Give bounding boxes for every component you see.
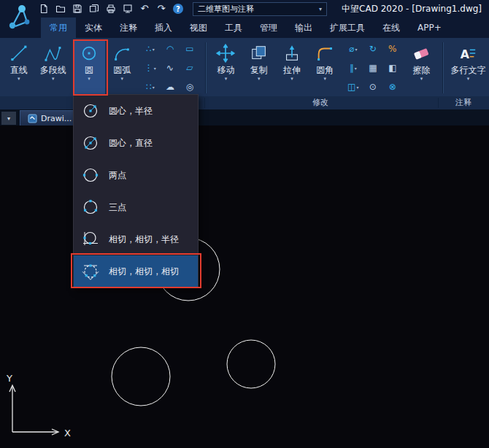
polyline-label: 多段线 <box>40 65 66 76</box>
stretch-tool-button[interactable]: 拉伸 ▾ <box>276 39 307 96</box>
stretch-icon <box>282 42 301 65</box>
move-label: 移动 <box>217 65 234 76</box>
fillet-tool-button[interactable]: 圆角 ▾ <box>309 39 341 96</box>
chevron-down-icon: ▾ <box>323 76 326 82</box>
tab-tools[interactable]: 工具 <box>216 18 251 38</box>
redo-icon[interactable]: ↷ <box>155 3 167 15</box>
help-icon[interactable]: ? <box>172 3 184 15</box>
icon-glyph: ∷ <box>146 82 152 91</box>
new-file-icon[interactable] <box>38 3 50 15</box>
stretch-label: 拉伸 <box>283 65 301 76</box>
point-style-icon[interactable]: ∴▾ <box>141 40 160 58</box>
eraser-icon <box>412 42 431 65</box>
chevron-down-icon: ▾ <box>355 47 357 52</box>
chevron-down-icon: ▾ <box>467 76 470 82</box>
group-row-separator <box>204 98 205 108</box>
drawn-circle[interactable] <box>112 347 170 406</box>
tab-insert[interactable]: 插入 <box>146 18 181 38</box>
chevron-down-icon: ▾ <box>420 76 423 82</box>
open-file-icon[interactable] <box>55 3 66 15</box>
chevron-down-icon: ▾ <box>154 66 156 71</box>
icon-glyph: ⊗ <box>389 82 396 91</box>
tab-app-plus[interactable]: APP+ <box>409 18 450 38</box>
tab-view[interactable]: 视图 <box>181 18 216 38</box>
y-axis-label: Y <box>6 373 12 384</box>
svg-text:A: A <box>461 47 470 61</box>
circle-tool-button[interactable]: 圆 ▾ <box>73 39 104 96</box>
chevron-down-icon: ▾ <box>121 76 124 82</box>
tab-list-button[interactable]: ▾ <box>1 112 16 125</box>
circle-center-diameter-icon <box>81 134 100 152</box>
workspace-selector[interactable]: 二维草图与注释 ▾ <box>193 2 327 16</box>
divide-icon[interactable]: ⋮▾ <box>141 59 160 77</box>
save-icon[interactable] <box>72 3 83 15</box>
arc-icon <box>112 42 131 65</box>
ribbon-group-separator <box>442 42 443 93</box>
tab-solid[interactable]: 实体 <box>76 18 111 38</box>
menu-item-label: 三点 <box>109 201 126 214</box>
scale-icon[interactable]: % <box>383 40 402 58</box>
mirror-icon[interactable]: ◧ <box>383 59 402 77</box>
drawn-circle[interactable] <box>227 340 275 388</box>
array-icon[interactable]: ▦ <box>363 59 382 77</box>
tab-annotate[interactable]: 注释 <box>111 18 146 38</box>
icon-glyph: ◫ <box>347 82 355 91</box>
menu-item-two-point[interactable]: 两点 <box>74 159 198 191</box>
revision-cloud-icon[interactable]: ☁ <box>161 78 180 96</box>
circle-tan-tan-radius-icon <box>81 230 100 249</box>
tab-output[interactable]: 输出 <box>286 18 321 38</box>
menu-item-center-diameter[interactable]: 圆心，直径 <box>74 127 198 159</box>
window-title: 中望CAD 2020 - [Drawing1.dwg] <box>342 3 489 15</box>
print-icon[interactable] <box>105 3 117 15</box>
menu-item-tan-tan-tan[interactable]: 相切，相切，相切 <box>74 255 198 287</box>
group-row-separator <box>438 98 439 108</box>
icon-glyph: ∥ <box>350 63 354 72</box>
polyline-tool-button[interactable]: 多段线 ▾ <box>34 39 72 96</box>
rectangle-icon[interactable]: ▭ <box>180 40 199 58</box>
menu-item-label: 相切，相切，相切 <box>109 266 179 278</box>
icon-glyph: ☁ <box>166 82 174 91</box>
trim-icon[interactable]: ⌀▾ <box>344 40 363 58</box>
copy-tool-button[interactable]: 复制 ▾ <box>243 39 274 96</box>
line-tool-button[interactable]: 直线 ▾ <box>4 39 33 96</box>
rotate-icon[interactable]: ↻ <box>363 40 382 58</box>
tab-online[interactable]: 在线 <box>374 18 409 38</box>
chevron-down-icon: ▾ <box>225 76 228 82</box>
copy-icon <box>250 42 269 65</box>
tab-extension-tools[interactable]: 扩展工具 <box>321 18 374 38</box>
circle-tan-tan-tan-icon <box>81 262 100 281</box>
multi-point-icon[interactable]: ∷▾ <box>141 78 160 96</box>
move-icon <box>216 42 235 65</box>
circle-two-point-icon <box>81 166 100 185</box>
arc-segment-icon[interactable]: ◠ <box>161 40 180 58</box>
menu-item-three-point[interactable]: 三点 <box>74 191 198 223</box>
circle-label: 圆 <box>85 65 93 76</box>
icon-glyph: ▱ <box>186 63 193 72</box>
move-tool-button[interactable]: 移动 ▾ <box>210 39 242 96</box>
region-icon[interactable]: ▱ <box>180 59 199 77</box>
save-all-icon[interactable] <box>88 3 100 15</box>
tab-manage[interactable]: 管理 <box>251 18 286 38</box>
menu-item-center-radius[interactable]: 圆心，半径 <box>74 95 198 127</box>
join-icon[interactable]: ⊙ <box>363 78 382 96</box>
arc-label: 圆弧 <box>113 65 131 76</box>
erase-tool-button[interactable]: 擦除 ▾ <box>405 39 438 96</box>
offset-icon[interactable]: ∥▾ <box>344 59 363 77</box>
mtext-tool-button[interactable]: A 多行文字 ▾ <box>447 39 489 96</box>
tab-home[interactable]: 常用 <box>41 18 76 38</box>
document-tab-drawing1[interactable]: Drawi... <box>20 110 80 125</box>
arc-tool-button[interactable]: 圆弧 ▾ <box>107 39 138 96</box>
workspace-selector-value: 二维草图与注释 <box>198 4 254 15</box>
ellipse-icon[interactable]: ◎ <box>180 78 199 96</box>
undo-icon[interactable]: ↶ <box>139 3 150 15</box>
icon-glyph: ◎ <box>186 82 193 91</box>
chevron-down-icon: ▾ <box>18 76 20 82</box>
spline-icon[interactable]: ∿ <box>161 59 180 77</box>
explode-icon[interactable]: ⊗ <box>383 78 402 96</box>
icon-glyph: ⊙ <box>369 82 377 91</box>
plot-preview-icon[interactable] <box>122 3 134 15</box>
break-icon[interactable]: ◫▾ <box>344 78 363 96</box>
icon-glyph: ⌀ <box>349 45 354 53</box>
circle-icon <box>80 42 99 65</box>
menu-item-tan-tan-radius[interactable]: 相切，相切，半径 <box>74 223 198 255</box>
